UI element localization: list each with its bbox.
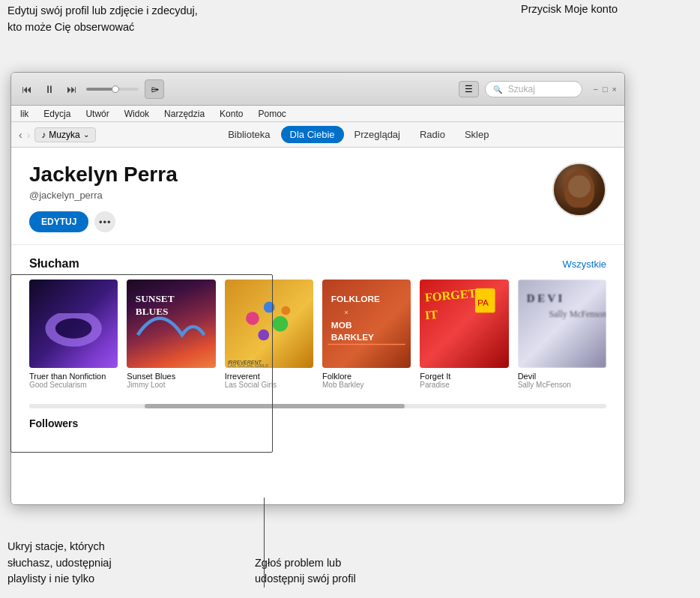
menu-lik[interactable]: lik xyxy=(17,107,31,121)
svg-point-6 xyxy=(272,316,288,332)
album-cover-forget: FORGET IT PA xyxy=(420,280,508,368)
content-area[interactable]: Jackelyn Perra @jackelyn_perra EDYTUJ ••… xyxy=(11,148,624,505)
list-icon: ☰ xyxy=(465,84,473,94)
back-arrow[interactable]: ‹ xyxy=(19,129,22,141)
svg-point-8 xyxy=(258,330,269,341)
menu-konto[interactable]: Konto xyxy=(217,107,246,121)
svg-text:BARKLEY: BARKLEY xyxy=(331,332,374,342)
album-item[interactable]: Truer than Nonfiction Good Secularism xyxy=(29,280,118,389)
svg-text:BLUES: BLUES xyxy=(136,306,169,317)
profile-name: Jackelyn Perra xyxy=(29,163,552,187)
airplay-icon: ⌲ xyxy=(151,85,159,94)
album-artist: Paradise xyxy=(420,381,508,389)
svg-text:IT: IT xyxy=(424,308,438,322)
menu-edycja[interactable]: Edycja xyxy=(40,107,73,121)
chevron-icon: ⌄ xyxy=(83,130,89,139)
all-link[interactable]: Wszystkie xyxy=(563,259,607,270)
listening-section: Słucham Wszystkie Truer than Nonficti xyxy=(11,245,624,401)
profile-actions: EDYTUJ ••• xyxy=(29,211,552,232)
album-title: Irreverent xyxy=(225,372,313,381)
music-label: Muzyka xyxy=(49,130,79,140)
volume-thumb xyxy=(112,85,119,93)
search-box[interactable]: 🔍 Szukaj xyxy=(485,81,582,97)
close-button[interactable]: × xyxy=(612,85,617,94)
list-view-button[interactable]: ☰ xyxy=(459,81,479,97)
menu-pomoc[interactable]: Pomoc xyxy=(255,107,289,121)
svg-point-1 xyxy=(55,318,92,339)
nav-tabs: Biblioteka Dla Ciebie Przeglądaj Radio S… xyxy=(100,126,617,143)
edit-button[interactable]: EDYTUJ xyxy=(29,211,88,232)
toolbar: ‹ › ♪ Muzyka ⌄ Biblioteka Dla Ciebie Prz… xyxy=(11,122,624,148)
menu-utwor[interactable]: Utwór xyxy=(82,107,112,121)
album-cover-irreverent: IRREVERENT LAS SOCIAL GIRLS xyxy=(225,280,313,368)
album-artist: Good Secularism xyxy=(29,381,118,389)
album-item[interactable]: FORGET IT PA Forget It Paradise xyxy=(420,280,508,389)
search-icon: 🔍 xyxy=(493,85,502,94)
album-cover-truer xyxy=(29,280,118,368)
svg-point-4 xyxy=(246,312,259,325)
forward-arrow[interactable]: › xyxy=(27,129,31,141)
profile-handle: @jackelyn_perra xyxy=(29,190,552,201)
album-title: Forget It xyxy=(420,372,508,381)
scroll-thumb xyxy=(145,404,405,408)
annotation-top-left: Edytuj swój profil lub zdjęcie i zdecydu… xyxy=(7,3,262,36)
annotation-top-right: Przycisk Moje konto xyxy=(521,3,618,15)
annotation-bottom-center: Zgłoś problem lub udostępnij swój profil xyxy=(255,555,450,588)
more-button[interactable]: ••• xyxy=(94,211,115,232)
album-title: Folklore xyxy=(322,372,411,381)
tab-radio[interactable]: Radio xyxy=(411,126,454,143)
svg-text:Sally McFenson: Sally McFenson xyxy=(549,309,606,319)
play-pause-button[interactable]: ⏸ xyxy=(41,82,58,97)
tab-sklep[interactable]: Sklep xyxy=(456,126,498,143)
window-controls: − □ × xyxy=(593,85,617,94)
section-title: Słucham xyxy=(29,257,79,271)
next-button[interactable]: ⏭ xyxy=(64,82,80,97)
album-artist: Mob Barkley xyxy=(322,381,411,389)
album-title: Truer than Nonfiction xyxy=(29,372,118,381)
music-selector[interactable]: ♪ Muzyka ⌄ xyxy=(34,127,95,142)
album-cover-sunset: SUNSET BLUES xyxy=(127,280,215,368)
svg-text:D E V I: D E V I xyxy=(526,292,562,304)
album-cover-devil: D E V I Sally McFenson xyxy=(518,280,606,368)
volume-slider[interactable] xyxy=(86,88,139,91)
album-artist: Las Social Girls xyxy=(225,381,313,389)
album-item[interactable]: FOLKLORE × MOB BARKLEY Folklore Mob Bark… xyxy=(322,280,411,389)
album-item[interactable]: IRREVERENT LAS SOCIAL GIRLS Irreverent L… xyxy=(225,280,313,389)
album-item[interactable]: D E V I Sally McFenson Devil Sally McFen… xyxy=(518,280,606,389)
menu-narzedzia[interactable]: Narzędzia xyxy=(161,107,208,121)
svg-rect-13 xyxy=(328,344,405,345)
svg-point-5 xyxy=(263,302,274,313)
profile-section: Jackelyn Perra @jackelyn_perra EDYTUJ ••… xyxy=(11,148,624,245)
menu-bar: lik Edycja Utwór Widok Narzędzia Konto P… xyxy=(11,106,624,122)
search-placeholder: Szukaj xyxy=(508,84,535,94)
avatar-image xyxy=(554,164,605,215)
album-artist: Jimmy Loot xyxy=(127,381,215,389)
album-title: Devil xyxy=(518,372,606,381)
tab-dla-ciebie[interactable]: Dla Ciebie xyxy=(281,126,344,143)
tab-przegladaj[interactable]: Przeglądaj xyxy=(346,126,409,143)
menu-widok[interactable]: Widok xyxy=(121,107,152,121)
airplay-button[interactable]: ⌲ xyxy=(145,79,164,99)
tab-biblioteka[interactable]: Biblioteka xyxy=(219,126,279,143)
album-item[interactable]: SUNSET BLUES Sunset Blues Jimmy Loot xyxy=(127,280,215,389)
annotation-bottom-left: Ukryj stacje, których słuchasz, udostępn… xyxy=(7,539,232,588)
svg-point-7 xyxy=(281,306,290,315)
section-header: Słucham Wszystkie xyxy=(29,257,606,271)
profile-avatar xyxy=(552,163,606,217)
horizontal-scrollbar[interactable] xyxy=(29,404,606,408)
prev-button[interactable]: ⏮ xyxy=(19,82,35,97)
album-cover-folklore: FOLKLORE × MOB BARKLEY xyxy=(322,280,411,368)
albums-grid: Truer than Nonfiction Good Secularism SU… xyxy=(29,280,606,389)
more-dots-icon: ••• xyxy=(99,217,112,228)
followers-title: Followers xyxy=(29,417,606,429)
itunes-window: ⏮ ⏸ ⏭ ⌲ ☰ 🔍 Szukaj − □ × lik Edy xyxy=(10,72,625,505)
profile-info: Jackelyn Perra @jackelyn_perra EDYTUJ ••… xyxy=(29,163,552,232)
title-bar: ⏮ ⏸ ⏭ ⌲ ☰ 🔍 Szukaj − □ × xyxy=(11,73,624,106)
restore-button[interactable]: □ xyxy=(603,85,608,94)
svg-text:MOB: MOB xyxy=(331,320,352,330)
svg-text:×: × xyxy=(345,309,349,316)
album-title: Sunset Blues xyxy=(127,372,215,381)
minimize-button[interactable]: − xyxy=(593,85,597,94)
note-icon: ♪ xyxy=(41,130,46,140)
svg-text:SUNSET: SUNSET xyxy=(136,293,175,304)
